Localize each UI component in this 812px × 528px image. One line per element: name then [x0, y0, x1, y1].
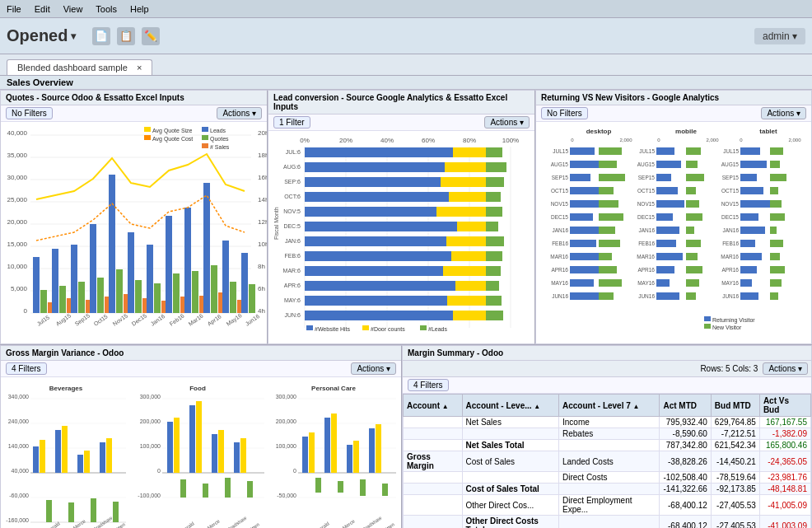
col-account-level[interactable]: Account - Leve... ▲: [462, 395, 558, 417]
svg-rect-314: [174, 418, 180, 473]
cell-account: [404, 472, 463, 484]
svg-text:Leads: Leads: [210, 128, 226, 133]
tab-close-icon[interactable]: ×: [137, 63, 142, 72]
svg-text:JAN16: JAN16: [552, 227, 568, 233]
visitors-panel-filter: No Filters Actions ▾: [536, 105, 811, 122]
svg-rect-132: [305, 266, 443, 276]
svg-rect-146: [362, 325, 369, 330]
svg-text:Sep15: Sep15: [74, 312, 91, 327]
svg-rect-345: [338, 481, 343, 493]
menu-view[interactable]: View: [63, 4, 83, 14]
svg-text:NOV:5: NOV:5: [283, 208, 301, 214]
cell-act-mtd: -38,828.26: [660, 451, 711, 472]
svg-rect-188: [599, 200, 618, 208]
svg-rect-46: [154, 283, 161, 313]
svg-rect-224: [686, 200, 699, 208]
visitors-panel-header: Returning VS New Visitors - Google Analy…: [536, 91, 811, 105]
menu-help[interactable]: Help: [130, 4, 149, 14]
svg-rect-115: [441, 177, 486, 187]
svg-text:-50,000: -50,000: [277, 493, 296, 498]
svg-rect-55: [211, 265, 217, 313]
quotes-panel-header: Quotes - Source Odoo & Essatto Excel Inp…: [1, 91, 267, 105]
svg-rect-256: [770, 147, 783, 155]
cell-act-vs-bud: -1,382.09: [759, 428, 810, 440]
menu-file[interactable]: File: [7, 4, 21, 14]
quotes-actions-btn[interactable]: Actions ▾: [217, 107, 262, 119]
quotes-panel-title: Quotes - Source Odoo & Essatto Excel Inp…: [6, 93, 184, 102]
cell-act-vs-bud: -24,365.05: [759, 451, 810, 472]
svg-text:JUN16: JUN16: [552, 293, 568, 299]
cell-account-level7: Direct Employment Expe...: [559, 495, 660, 516]
svg-rect-266: [770, 279, 782, 287]
cell-account-level: Net Sales: [462, 417, 558, 428]
svg-text:NOV15: NOV15: [551, 201, 569, 207]
cell-account: [404, 495, 463, 516]
admin-button[interactable]: admin ▾: [754, 28, 805, 44]
svg-rect-109: [453, 147, 486, 157]
svg-text:20,000: 20,000: [7, 218, 28, 226]
svg-rect-292: [77, 455, 83, 473]
copy-icon[interactable]: 📋: [117, 27, 135, 45]
visitors-actions-btn[interactable]: Actions ▾: [761, 107, 806, 119]
svg-rect-40: [116, 269, 123, 313]
menu-edit[interactable]: Edit: [35, 4, 50, 14]
lead-panel-filter: 1 Filter Actions ▾: [268, 114, 534, 131]
gross-margin-filter-tag[interactable]: 4 Filters: [6, 362, 47, 375]
svg-text:35,000: 35,000: [7, 152, 28, 159]
svg-rect-263: [770, 240, 783, 247]
toolbar-title[interactable]: Opened ▾: [7, 26, 76, 45]
margin-table-container[interactable]: Account ▲ Account - Leve... ▲ Account - …: [403, 394, 811, 528]
svg-text:10,000: 10,000: [7, 263, 28, 270]
svg-rect-257: [770, 161, 780, 168]
table-row: Net Sales Total 787,342.80 621,542.34 16…: [404, 440, 811, 451]
svg-text:Returning Visitor: Returning Visitor: [712, 317, 755, 324]
cell-bud-mtd: -27,405.53: [711, 516, 759, 529]
svg-rect-218: [656, 279, 670, 287]
svg-text:15,000: 15,000: [7, 241, 28, 248]
cell-account: [404, 516, 463, 529]
lead-panel-header: Lead conversion - Source Google Analytic…: [268, 91, 534, 114]
new-file-icon[interactable]: 📄: [92, 27, 110, 45]
svg-rect-295: [100, 442, 105, 473]
svg-text:0: 0: [24, 307, 28, 315]
svg-rect-108: [305, 147, 453, 157]
visitors-chart-area: desktop mobile tablet 0 2,000 0 2,000 0 …: [536, 122, 811, 343]
svg-rect-212: [656, 200, 684, 208]
edit-icon[interactable]: ✏️: [142, 27, 160, 45]
svg-rect-76: [144, 135, 151, 140]
svg-rect-182: [570, 279, 594, 287]
svg-rect-118: [449, 192, 486, 202]
visitors-filter-tag[interactable]: No Filters: [541, 107, 588, 119]
svg-text:-160,000: -160,000: [6, 517, 29, 523]
gross-margin-chart: Beverages 340,000 240,000 140,000 40,000…: [4, 381, 396, 528]
svg-rect-148: [420, 325, 427, 330]
svg-text:10h: 10h: [258, 241, 267, 248]
svg-rect-217: [656, 266, 674, 273]
svg-text:#Website Hits: #Website Hits: [315, 326, 351, 332]
svg-text:20%: 20%: [339, 137, 352, 144]
margin-summary-actions-btn[interactable]: Actions ▾: [763, 362, 808, 375]
svg-rect-324: [247, 481, 253, 498]
col-account[interactable]: Account ▲: [404, 395, 463, 417]
cell-act-mtd: -8,590.60: [660, 428, 711, 440]
lead-filter-tag[interactable]: 1 Filter: [273, 116, 310, 128]
lead-actions-btn[interactable]: Actions ▾: [484, 116, 530, 128]
col-account-level7[interactable]: Account - Level 7 ▲: [559, 395, 660, 417]
svg-rect-291: [68, 502, 74, 522]
col-bud-mtd[interactable]: Bud MTD: [711, 395, 759, 417]
col-act-mtd[interactable]: Act MTD: [660, 395, 711, 417]
dashboard-tab[interactable]: Blended dashboard sample ×: [7, 59, 152, 75]
cell-account: Gross Margin: [404, 451, 463, 472]
svg-rect-178: [570, 227, 601, 234]
svg-rect-250: [740, 227, 765, 234]
svg-rect-137: [486, 281, 499, 291]
svg-text:SEP15: SEP15: [722, 175, 740, 180]
cell-bud-mtd: 621,542.34: [711, 440, 759, 451]
svg-text:Stephen Merce: Stephen Merce: [325, 518, 356, 528]
col-act-vs-bud[interactable]: Act Vs Bud: [759, 395, 810, 417]
menu-tools[interactable]: Tools: [96, 4, 117, 14]
quotes-filter-tag[interactable]: No Filters: [6, 107, 53, 119]
margin-filter-tag[interactable]: 4 Filters: [408, 379, 449, 391]
svg-rect-134: [486, 266, 501, 276]
gross-margin-actions-btn[interactable]: Actions ▾: [351, 362, 396, 375]
